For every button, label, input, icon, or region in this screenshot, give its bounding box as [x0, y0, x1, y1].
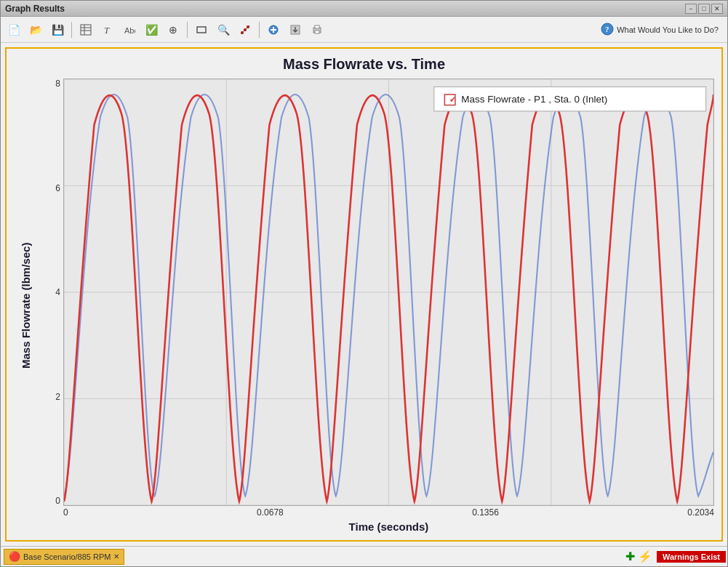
crosshair-button[interactable]: ⊕ [163, 20, 183, 40]
open-button[interactable]: 📂 [25, 20, 46, 40]
scenario-tab-icon: 🔴 [9, 551, 20, 562]
lightning-button[interactable]: ⚡ [638, 550, 652, 563]
plot-svg: ✔ Mass Flowrate - P1 , Sta. 0 (Inlet) [64, 79, 713, 505]
x-tick-0: 0 [63, 507, 68, 518]
add-data-button[interactable] [263, 20, 284, 40]
plot-with-yaxis: 8 6 4 2 0 [37, 79, 714, 506]
y-axis-label: Mass Flowrate (lbm/sec) [14, 79, 37, 533]
minimize-button[interactable]: − [685, 4, 697, 14]
export-button[interactable] [285, 20, 305, 40]
plot-area-wrapper: 8 6 4 2 0 [37, 79, 714, 533]
help-icon: ? [601, 23, 614, 37]
x-tick-2034: 0.2034 [687, 507, 714, 518]
x-tick-0678: 0.0678 [257, 507, 284, 518]
graph-title: Mass Flowrate vs. Time [14, 56, 714, 73]
svg-rect-0 [81, 25, 91, 35]
toolbar: 📄 📂 💾 T Abc ✅ ⊕ 🔍 [1, 17, 727, 43]
title-bar-buttons: − □ ✕ [685, 4, 723, 14]
separator-3 [259, 22, 260, 38]
x-tick-1356: 0.1356 [472, 507, 499, 518]
window-title: Graph Results [5, 4, 65, 14]
close-button[interactable]: ✕ [711, 4, 723, 14]
status-icons: ✚ ⚡ [621, 550, 657, 563]
zoom-button[interactable]: 🔍 [213, 20, 233, 40]
svg-text:T: T [104, 25, 110, 36]
save-button[interactable]: 💾 [47, 20, 68, 40]
warnings-badge[interactable]: Warnings Exist [657, 551, 726, 563]
text-button[interactable]: T [97, 20, 118, 40]
label-button[interactable]: Abc [119, 20, 140, 40]
restore-button[interactable]: □ [698, 4, 710, 14]
checkmark-button[interactable]: ✅ [141, 20, 161, 40]
y-tick-4: 4 [55, 287, 60, 297]
x-ticks: 0 0.0678 0.1356 0.2034 [37, 507, 714, 518]
separator-2 [187, 22, 188, 38]
y-ticks: 8 6 4 2 0 [37, 79, 63, 506]
graph-container: Mass Flowrate vs. Time Mass Flowrate (lb… [5, 47, 723, 542]
tab-area: 🔴 Base Scenario/885 RPM ✕ [1, 547, 621, 567]
svg-text:✔: ✔ [449, 95, 456, 104]
y-tick-0: 0 [55, 496, 60, 506]
y-tick-8: 8 [55, 79, 60, 89]
svg-text:Mass Flowrate - P1 , Sta. 0 (I: Mass Flowrate - P1 , Sta. 0 (Inlet) [461, 94, 607, 105]
svg-rect-17 [315, 25, 319, 28]
table-button[interactable] [76, 20, 96, 40]
tab-close-button[interactable]: ✕ [113, 552, 119, 560]
graph-inner: Mass Flowrate (lbm/sec) 8 6 4 2 0 [14, 79, 714, 533]
status-bar: 🔴 Base Scenario/885 RPM ✕ ✚ ⚡ Warnings E… [1, 546, 727, 566]
help-button[interactable]: ? What Would You Like to Do? [595, 21, 724, 39]
graph-area: Mass Flowrate vs. Time Mass Flowrate (lb… [1, 43, 727, 546]
svg-rect-6 [197, 27, 206, 33]
help-label: What Would You Like to Do? [617, 25, 719, 34]
svg-rect-18 [315, 31, 319, 33]
scenario-tab-label: Base Scenario/885 RPM [23, 552, 111, 561]
new-button[interactable]: 📄 [4, 20, 24, 40]
scenario-tab[interactable]: 🔴 Base Scenario/885 RPM ✕ [4, 549, 124, 565]
main-window: Graph Results − □ ✕ 📄 📂 💾 T Abc ✅ ⊕ 🔍 [0, 0, 728, 567]
svg-text:?: ? [605, 25, 609, 33]
x-axis-label: Time (seconds) [37, 520, 714, 533]
svg-line-10 [241, 25, 249, 34]
add-scenario-button[interactable]: ✚ [625, 550, 635, 563]
rect-button[interactable] [191, 20, 212, 40]
scatter-button[interactable] [235, 20, 255, 40]
title-bar: Graph Results − □ ✕ [1, 1, 727, 17]
plot-svg-container[interactable]: ✔ Mass Flowrate - P1 , Sta. 0 (Inlet) [63, 79, 714, 506]
print-button[interactable] [307, 20, 327, 40]
y-tick-2: 2 [55, 392, 60, 402]
svg-text:Abc: Abc [124, 26, 135, 35]
separator-1 [71, 22, 72, 38]
y-tick-6: 6 [55, 183, 60, 193]
